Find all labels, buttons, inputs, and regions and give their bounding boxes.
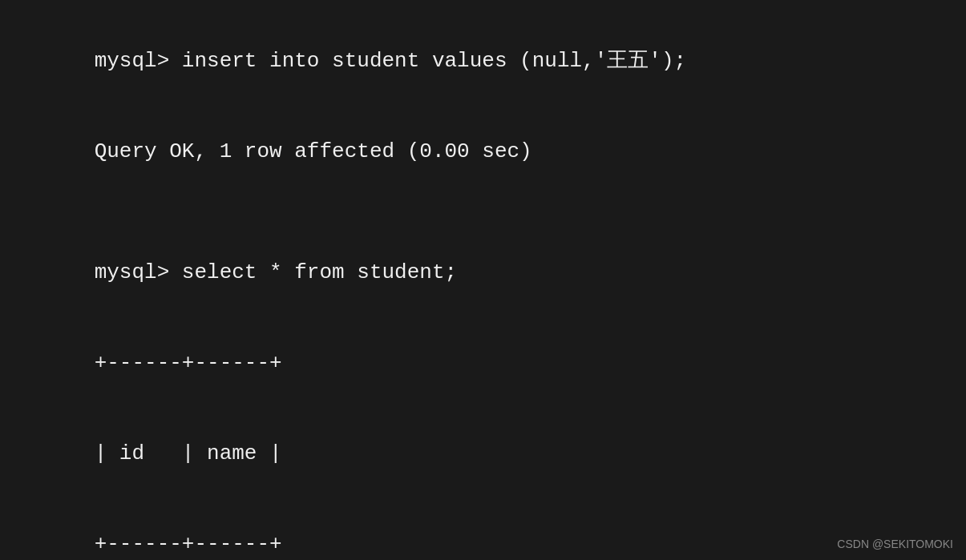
watermark: CSDN @SEKITOMOKI — [837, 538, 953, 550]
table-header-text: | id | name | — [95, 441, 282, 465]
line-blank-1 — [19, 197, 947, 228]
query-ok-text: Query OK, 1 row affected (0.00 sec) — [95, 139, 532, 163]
line-query-ok: Query OK, 1 row affected (0.00 sec) — [19, 107, 947, 197]
table-header-border: +------+------+ — [95, 532, 282, 556]
line-select-command: mysql> select * from student; — [19, 228, 947, 318]
line-insert-command: mysql> insert into student values (null,… — [19, 16, 947, 107]
table-border-top: +------+------+ — [95, 351, 282, 375]
line-table-header: | id | name | — [19, 409, 947, 499]
insert-command-text: mysql> insert into student values (null,… — [95, 49, 687, 73]
terminal-window: mysql> insert into student values (null,… — [0, 0, 966, 560]
terminal-output: mysql> insert into student values (null,… — [19, 16, 947, 560]
select-command-text: mysql> select * from student; — [95, 260, 457, 284]
line-table-top-border: +------+------+ — [19, 318, 947, 409]
line-table-header-border: +------+------+ — [19, 499, 947, 560]
